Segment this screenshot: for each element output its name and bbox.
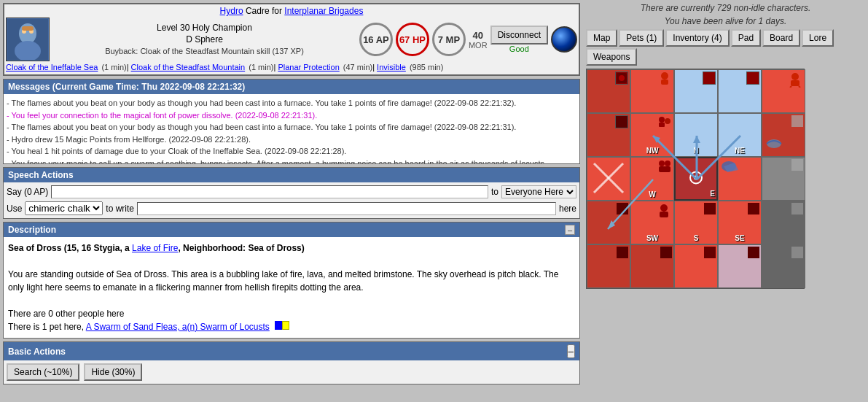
ci-time: (1 min) xyxy=(101,63,126,71)
stats-row: 16 AP 67 HP 7 MP 40 MOR Disconnect Good xyxy=(359,23,577,56)
svg-point-16 xyxy=(665,118,670,124)
svg-rect-27 xyxy=(660,212,668,217)
svg-rect-9 xyxy=(661,80,668,85)
cell-creature-7 xyxy=(656,203,672,221)
map-cell-r1c5[interactable] xyxy=(762,69,805,113)
map-cell-r5c1[interactable] xyxy=(587,244,630,288)
say-input[interactable] xyxy=(51,185,488,198)
basic-actions-header: Basic Actions – xyxy=(4,342,579,360)
description-title: Description xyxy=(8,225,56,235)
ap-stat: 16 AP xyxy=(359,23,393,56)
pets-button[interactable]: Pets (1) xyxy=(619,29,664,47)
cloak-steadfast-link[interactable]: Cloak of the Steadfast Mountain xyxy=(131,63,246,71)
description-collapse-button[interactable]: – xyxy=(565,225,575,235)
char-info-box: Hydro Cadre for Interplanar Brigades xyxy=(3,3,580,76)
map-cell-r3c4[interactable] xyxy=(718,157,762,201)
map-cell-r4c5[interactable] xyxy=(762,201,805,244)
cell-creature-6 xyxy=(720,159,742,179)
basic-actions-collapse-button[interactable]: – xyxy=(567,344,575,358)
to-label: to xyxy=(491,187,498,197)
msg-2: - You feel your connection to the magica… xyxy=(7,109,576,122)
weapons-button[interactable]: Weapons xyxy=(586,48,637,66)
dir-se: SE xyxy=(735,234,744,242)
messages-content[interactable]: - The flames about you beat on your body… xyxy=(4,94,579,163)
cell-icon-10 xyxy=(791,203,803,214)
pad-button[interactable]: Pad xyxy=(731,29,761,47)
buyback-info: Buyback: Cloak of the Steadfast Mountain… xyxy=(54,46,355,57)
pet-link[interactable]: A Swarm of Sand Fleas, a(n) Swarm of Loc… xyxy=(86,322,270,332)
char-name-link[interactable]: Hydro xyxy=(220,6,243,16)
msg-4: - Hydro drew 15 Magic Points from Hellfo… xyxy=(7,134,576,146)
mor-container: 40 MOR xyxy=(469,30,488,50)
status-line1: There are currently 729 non-idle charact… xyxy=(586,3,865,13)
globe-icon xyxy=(551,26,577,53)
cell-creature-3 xyxy=(656,115,672,134)
map-cell-r4c2[interactable]: SW xyxy=(630,201,674,244)
char-name-info: Level 30 Holy Champion D Sphere Buyback:… xyxy=(54,22,355,58)
audience-select[interactable]: Everyone Here Party Clan xyxy=(501,185,576,198)
hide-button[interactable]: Hide (30%) xyxy=(84,363,142,381)
map-cell-r2c5[interactable] xyxy=(762,113,805,157)
dir-ne: NE xyxy=(735,147,745,155)
brigades-link[interactable]: Interplanar Brigades xyxy=(284,6,363,16)
cell-icon-12 xyxy=(660,247,672,258)
msg-6: - You focus your magic to call up a swar… xyxy=(7,158,576,164)
map-container: NW N NE xyxy=(586,69,808,289)
description-text3: There is 1 pet here, A Swarm of Sand Fle… xyxy=(8,320,575,333)
map-cell-r3c5[interactable] xyxy=(762,157,805,201)
map-cell-r5c3[interactable] xyxy=(674,244,718,288)
pp-time: (47 min) xyxy=(343,63,372,71)
map-cell-r4c1[interactable] xyxy=(587,201,630,244)
map-cell-r3c3-current[interactable]: E xyxy=(674,157,718,201)
say-label: Say (0 AP) xyxy=(7,187,48,197)
use-item-select[interactable]: chimeric chalk xyxy=(25,201,103,215)
inventory-button[interactable]: Inventory (4) xyxy=(665,29,729,47)
cell-icon-7 xyxy=(617,203,628,214)
svg-rect-22 xyxy=(659,166,670,172)
map-cell-r5c4[interactable] xyxy=(718,244,762,288)
search-button[interactable]: Search (~10%) xyxy=(7,363,79,381)
map-grid: NW N NE xyxy=(586,69,805,289)
map-cell-r2c3[interactable]: N xyxy=(674,113,718,157)
map-button[interactable]: Map xyxy=(586,29,617,47)
svg-line-12 xyxy=(790,86,791,88)
cell-icon-2 xyxy=(703,71,716,85)
map-cell-r1c2[interactable] xyxy=(630,69,674,113)
dir-sw: SW xyxy=(646,234,658,242)
svg-line-13 xyxy=(799,86,800,88)
skills-row: Cloak of the Ineffable Sea (1 min)| Cloa… xyxy=(6,61,577,73)
map-cell-r1c1[interactable] xyxy=(587,69,630,113)
invisible-link[interactable]: Invisible xyxy=(377,63,406,71)
cell-icon-11 xyxy=(617,247,628,258)
cell-icon-13 xyxy=(704,247,716,258)
map-cell-r1c3[interactable] xyxy=(674,69,718,113)
cloak-ineffable-link[interactable]: Cloak of the Ineffable Sea xyxy=(6,63,98,71)
write-input[interactable] xyxy=(137,202,556,215)
map-cell-r5c5[interactable] xyxy=(762,244,805,288)
description-text2: There are 0 other people here xyxy=(8,307,575,320)
alignment-container: Disconnect Good xyxy=(490,26,548,53)
map-cell-r3c2[interactable]: W xyxy=(630,157,674,201)
say-row: Say (0 AP) to Everyone Here Party Clan xyxy=(7,185,576,198)
map-cell-r5c2[interactable] xyxy=(630,244,674,288)
map-cell-r2c2[interactable]: NW xyxy=(630,113,674,157)
cell-creature-4 xyxy=(765,136,783,153)
description-content: Sea of Dross (15, 16 Stygia, a Lake of F… xyxy=(4,237,579,338)
map-cell-r2c1[interactable] xyxy=(587,113,630,157)
lake-of-fire-link[interactable]: Lake of Fire xyxy=(132,243,178,253)
map-cell-r4c4[interactable]: SE xyxy=(718,201,762,244)
svg-point-20 xyxy=(659,161,665,166)
cell-icon-15 xyxy=(791,247,803,258)
board-button[interactable]: Board xyxy=(762,29,800,47)
status-line2: You have been alive for 1 days. xyxy=(586,16,865,26)
map-cell-r3c1[interactable] xyxy=(587,157,630,201)
map-cell-r1c4[interactable] xyxy=(718,69,762,113)
map-cell-r4c3[interactable]: S xyxy=(674,201,718,244)
msg-3: - The flames about you beat on your body… xyxy=(7,121,576,134)
svg-rect-11 xyxy=(791,80,799,86)
map-cell-r2c4[interactable]: NE xyxy=(718,113,762,157)
cell-creature-5 xyxy=(656,159,672,176)
planar-link[interactable]: Planar Protection xyxy=(278,63,339,71)
lore-button[interactable]: Lore xyxy=(802,29,834,47)
disconnect-button[interactable]: Disconnect xyxy=(490,26,548,45)
